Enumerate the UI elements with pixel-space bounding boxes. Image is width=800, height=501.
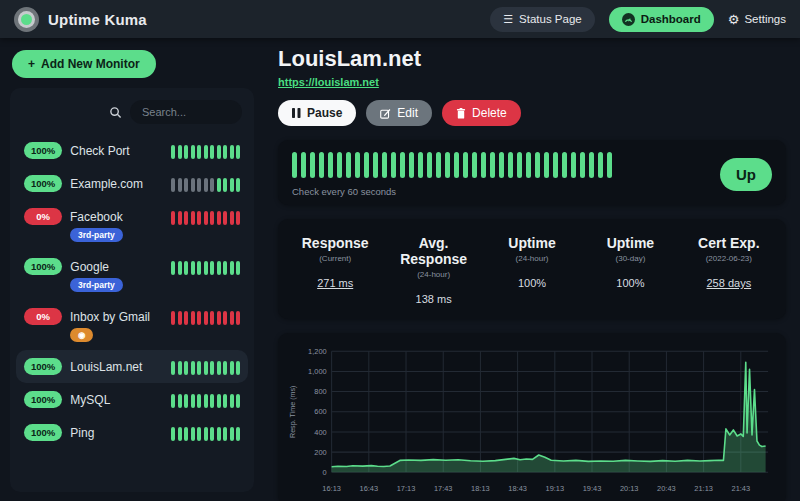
heartbeat-tick[interactable] [607, 152, 612, 178]
stat-label: Uptime [581, 235, 679, 251]
heartbeat-tick[interactable] [301, 152, 306, 178]
heartbeat-tick[interactable] [409, 152, 414, 178]
svg-text:19:13: 19:13 [546, 484, 565, 493]
monitor-url-link[interactable]: https://louislam.net [278, 76, 379, 88]
stat-value[interactable]: 271 ms [286, 277, 384, 289]
heartbeat-tick[interactable] [553, 152, 558, 178]
heartbeat-tick[interactable] [508, 152, 513, 178]
heartbeat-tick[interactable] [580, 152, 585, 178]
edit-icon [380, 108, 391, 119]
heartbeat-tick [184, 261, 188, 275]
monitor-row-louislam-net[interactable]: 100%LouisLam.net [16, 350, 248, 383]
heartbeat-tick[interactable] [454, 152, 459, 178]
heartbeat-tick [197, 261, 201, 275]
heartbeat-tick [217, 211, 221, 225]
heartbeat-tick[interactable] [319, 152, 324, 178]
heartbeat-tick [171, 311, 175, 325]
heartbeat-tick [223, 261, 227, 275]
svg-text:800: 800 [314, 387, 326, 396]
heartbeat-tick[interactable] [400, 152, 405, 178]
heartbeat-tick[interactable] [436, 152, 441, 178]
pause-button[interactable]: Pause [278, 100, 356, 126]
heartbeat-tick[interactable] [598, 152, 603, 178]
heartbeat-tick [191, 311, 195, 325]
svg-text:20:13: 20:13 [620, 484, 639, 493]
uptime-badge: 0% [24, 308, 62, 325]
heartbeat-tick [217, 145, 221, 159]
gear-icon: ⚙ [728, 12, 740, 27]
search-input[interactable] [130, 100, 242, 124]
monitor-row-facebook[interactable]: 0%Facebook3rd-party [16, 200, 248, 250]
heartbeat-tick [230, 145, 234, 159]
heartbeat-tick [184, 178, 188, 192]
page-title: LouisLam.net [278, 46, 786, 72]
stat-value[interactable]: 258 days [680, 277, 778, 289]
dashboard-button[interactable]: Dashboard [609, 7, 714, 32]
stat-value: 138 ms [384, 293, 482, 305]
monitor-row-inbox-by-gmail[interactable]: 0%Inbox by Gmail◉ [16, 300, 248, 350]
heartbeat-tick[interactable] [562, 152, 567, 178]
heartbeat-tick [184, 361, 188, 375]
heartbeat-tick [204, 361, 208, 375]
heartbeat-tick [236, 211, 240, 225]
heartbeat-tick[interactable] [472, 152, 477, 178]
heartbeat-tick [191, 211, 195, 225]
heartbeat-tick[interactable] [328, 152, 333, 178]
heartbeat-tick [223, 145, 227, 159]
heartbeat-tick[interactable] [346, 152, 351, 178]
svg-text:0: 0 [323, 468, 327, 477]
heartbeat-tick[interactable] [571, 152, 576, 178]
heartbeat-tick[interactable] [526, 152, 531, 178]
heartbeat-tick[interactable] [589, 152, 594, 178]
monitor-heartbeats [171, 358, 240, 375]
heartbeat-tick[interactable] [445, 152, 450, 178]
heartbeat-tick[interactable] [499, 152, 504, 178]
heartbeat-tick [171, 394, 175, 408]
heartbeat-tick[interactable] [463, 152, 468, 178]
delete-button[interactable]: Delete [442, 100, 521, 126]
edit-button[interactable]: Edit [366, 100, 432, 126]
action-row: Pause Edit Delete [278, 100, 786, 126]
heartbeat-tick[interactable] [310, 152, 315, 178]
svg-text:Resp. Time (ms): Resp. Time (ms) [289, 385, 297, 438]
monitor-row-check-port[interactable]: 100%Check Port [16, 134, 248, 167]
trash-icon [456, 108, 466, 119]
monitor-row-google[interactable]: 100%Google3rd-party [16, 250, 248, 300]
heartbeat-tick [171, 211, 175, 225]
monitor-row-example-com[interactable]: 100%Example.com [16, 167, 248, 200]
heartbeat-tick[interactable] [355, 152, 360, 178]
heartbeat-tick[interactable] [481, 152, 486, 178]
heartbeat-tick[interactable] [418, 152, 423, 178]
heartbeat-tick[interactable] [490, 152, 495, 178]
stat-value: 100% [483, 277, 581, 289]
settings-button[interactable]: ⚙ Settings [728, 12, 786, 27]
heartbeat-tick[interactable] [535, 152, 540, 178]
stat-cert-exp--20220623: Cert Exp.(2022-06-23)258 days [680, 235, 778, 305]
monitor-list: 100%Check Port100%Example.com0%Facebook3… [16, 134, 248, 449]
heartbeat-tick[interactable] [382, 152, 387, 178]
heartbeat-tick[interactable] [337, 152, 342, 178]
heartbeat-tick [197, 178, 201, 192]
uptime-badge: 0% [24, 208, 62, 225]
heartbeat-tick[interactable] [544, 152, 549, 178]
brand[interactable]: Uptime Kuma [14, 7, 147, 32]
heartbeat-tick [210, 261, 214, 275]
heartbeat-tick[interactable] [517, 152, 522, 178]
add-new-monitor-button[interactable]: + Add New Monitor [12, 50, 156, 78]
heartbeat-tick [204, 211, 208, 225]
monitor-row-ping[interactable]: 100%Ping [16, 416, 248, 449]
monitor-row-mysql[interactable]: 100%MySQL [16, 383, 248, 416]
heartbeat-tick [204, 145, 208, 159]
heartbeat-tick [178, 261, 182, 275]
uptime-badge: 100% [24, 258, 62, 275]
heartbeat-tick[interactable] [427, 152, 432, 178]
svg-text:200: 200 [314, 448, 326, 457]
search-row [16, 96, 248, 134]
status-page-button[interactable]: ☰ Status Page [490, 7, 595, 32]
heartbeat-bar[interactable] [292, 152, 702, 178]
heartbeat-tick[interactable] [292, 152, 297, 178]
heartbeat-tick[interactable] [391, 152, 396, 178]
heartbeat-tick[interactable] [373, 152, 378, 178]
heartbeat-tick[interactable] [364, 152, 369, 178]
stat-sublabel: (Current) [286, 254, 384, 263]
